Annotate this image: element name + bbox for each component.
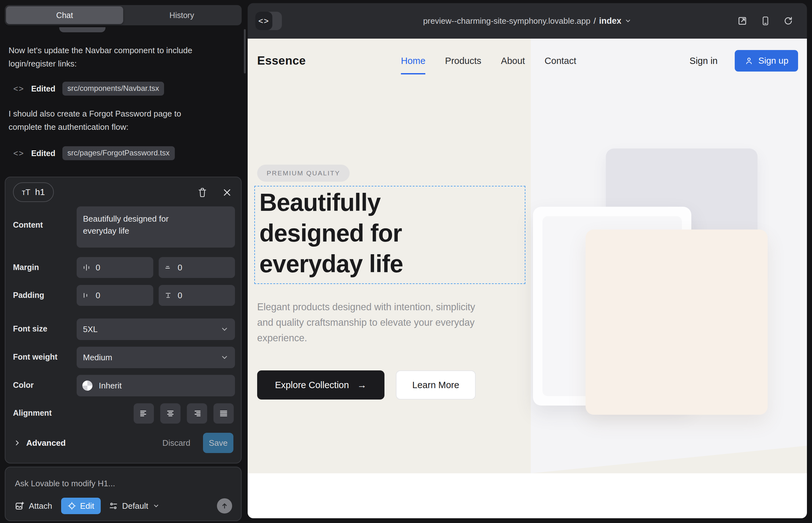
- chat-composer: Ask Lovable to modify H1... Attach: [5, 467, 242, 521]
- inspector-footer: Advanced Discard Save: [5, 432, 241, 453]
- nav-links: Home Products About Contact: [401, 39, 576, 83]
- premium-quality-badge: PREMIUM QUALITY: [257, 165, 350, 182]
- h1-selection-outline[interactable]: Beautifully designed for everyday life: [254, 186, 525, 284]
- nav-link-contact[interactable]: Contact: [545, 56, 576, 66]
- user-icon: [744, 56, 754, 65]
- scrolled-file-chip-partial: [59, 27, 105, 32]
- url-path-dropdown[interactable]: index: [599, 16, 622, 26]
- trash-icon: [197, 187, 208, 198]
- site-navbar: Essence Home Products About Contact Sign…: [248, 39, 807, 83]
- chevron-down-icon: [220, 353, 229, 362]
- chat-panel: Chat History Now let's update the Navbar…: [0, 0, 247, 523]
- code-icon: <>: [13, 148, 24, 158]
- edited-file-row: <> Edited src/components/Navbar.tsx: [13, 82, 164, 96]
- align-justify-button[interactable]: [213, 403, 234, 423]
- edit-mode-button[interactable]: Edit: [61, 498, 101, 514]
- lovable-editor-window: Chat History Now let's update the Navbar…: [0, 0, 812, 523]
- default-model-dropdown[interactable]: Default: [109, 501, 160, 511]
- margin-label: Margin: [13, 263, 39, 272]
- decorative-card-peach: [586, 230, 768, 415]
- hero-paragraph: Elegant products designed with intention…: [257, 299, 476, 346]
- send-button[interactable]: [217, 498, 232, 513]
- padding-vertical-icon: [164, 291, 173, 300]
- file-chip[interactable]: src/components/Navbar.tsx: [63, 82, 164, 96]
- tab-chat[interactable]: Chat: [6, 6, 123, 24]
- nav-link-home[interactable]: Home: [401, 56, 425, 66]
- font-size-label: Font size: [13, 324, 47, 333]
- chat-history-tabs: Chat History: [5, 5, 242, 25]
- hero-heading: Beautifully designed for everyday life: [259, 187, 437, 279]
- selected-element-chip: тT h1: [13, 182, 54, 202]
- font-weight-label: Font weight: [13, 353, 57, 362]
- save-button[interactable]: Save: [203, 433, 233, 453]
- align-right-button[interactable]: [187, 403, 207, 423]
- assistant-message: Now let's update the Navbar component to…: [8, 44, 194, 70]
- chevron-down-icon: [624, 17, 632, 24]
- align-center-button[interactable]: [160, 403, 180, 423]
- align-left-button[interactable]: [134, 403, 154, 423]
- padding-x-input[interactable]: 0: [77, 285, 153, 306]
- hero-section: Essence Home Products About Contact Sign…: [248, 39, 807, 473]
- code-icon: <>: [13, 84, 24, 94]
- url-separator: /: [594, 16, 596, 26]
- arrow-up-icon: [221, 502, 228, 510]
- element-inspector-panel: тT h1 Content Beautifully d: [5, 177, 242, 464]
- nav-link-about[interactable]: About: [501, 56, 525, 66]
- image-plus-icon: [15, 501, 24, 511]
- alignment-label: Alignment: [13, 409, 52, 418]
- text-type-icon: тT: [22, 188, 30, 197]
- padding-horizontal-icon: [82, 291, 91, 300]
- hero-cta-row: Explore Collection → Learn More: [257, 371, 476, 399]
- open-external-button[interactable]: [737, 16, 747, 26]
- delete-element-button[interactable]: [195, 185, 209, 199]
- close-inspector-button[interactable]: [220, 185, 234, 199]
- close-icon: [222, 188, 232, 197]
- attach-button[interactable]: Attach: [15, 501, 52, 511]
- chevron-down-icon: [153, 502, 160, 509]
- edited-file-row: <> Edited src/pages/ForgotPassword.tsx: [13, 146, 175, 160]
- advanced-toggle[interactable]: Advanced: [14, 438, 66, 448]
- site-logo[interactable]: Essence: [257, 54, 306, 68]
- color-label: Color: [13, 381, 34, 390]
- preview-browser-frame: <> preview--charming-site-symphony.lovab…: [248, 3, 807, 518]
- sliders-icon: [109, 502, 118, 510]
- url-host: preview--charming-site-symphony.lovable.…: [423, 16, 590, 26]
- font-weight-select[interactable]: Medium: [77, 347, 235, 368]
- alignment-buttons: [134, 403, 234, 423]
- content-label: Content: [13, 220, 43, 230]
- font-size-select[interactable]: 5XL: [77, 319, 235, 340]
- chevron-right-icon: [14, 439, 21, 446]
- browser-toolbar: <> preview--charming-site-symphony.lovab…: [248, 3, 807, 39]
- margin-y-input[interactable]: 0: [159, 257, 235, 278]
- margin-vertical-icon: [164, 264, 173, 272]
- discard-button[interactable]: Discard: [162, 438, 190, 448]
- margin-horizontal-icon: [82, 264, 91, 272]
- arrow-right-icon: →: [357, 380, 367, 390]
- align-left-icon: [139, 409, 148, 418]
- browser-actions: [737, 3, 793, 39]
- chat-scrollbar[interactable]: [244, 29, 246, 73]
- url-bar[interactable]: preview--charming-site-symphony.lovable.…: [248, 3, 807, 39]
- content-textarea[interactable]: Beautifully designed for everyday life: [77, 206, 235, 248]
- composer-input[interactable]: Ask Lovable to modify H1...: [15, 479, 115, 488]
- sign-in-link[interactable]: Sign in: [689, 56, 718, 66]
- edited-label: Edited: [31, 149, 55, 158]
- align-justify-icon: [219, 409, 228, 418]
- tab-history[interactable]: History: [123, 6, 240, 24]
- padding-label: Padding: [13, 291, 44, 300]
- chevron-down-icon: [220, 325, 229, 333]
- refresh-button[interactable]: [783, 16, 793, 26]
- target-icon: [68, 502, 76, 510]
- padding-y-input[interactable]: 0: [159, 285, 235, 306]
- file-chip[interactable]: src/pages/ForgotPassword.tsx: [63, 146, 175, 160]
- color-picker-field[interactable]: Inherit: [77, 375, 235, 396]
- explore-collection-button[interactable]: Explore Collection →: [257, 371, 385, 399]
- assistant-message: I should also create a Forgot Password p…: [8, 107, 194, 133]
- learn-more-button[interactable]: Learn More: [396, 371, 476, 399]
- sign-up-button[interactable]: Sign up: [735, 50, 798, 72]
- nav-link-products[interactable]: Products: [445, 56, 481, 66]
- margin-x-input[interactable]: 0: [77, 257, 153, 278]
- site-viewport: Essence Home Products About Contact Sign…: [248, 39, 807, 518]
- nav-auth: Sign in Sign up: [689, 39, 798, 83]
- mobile-view-button[interactable]: [761, 16, 770, 26]
